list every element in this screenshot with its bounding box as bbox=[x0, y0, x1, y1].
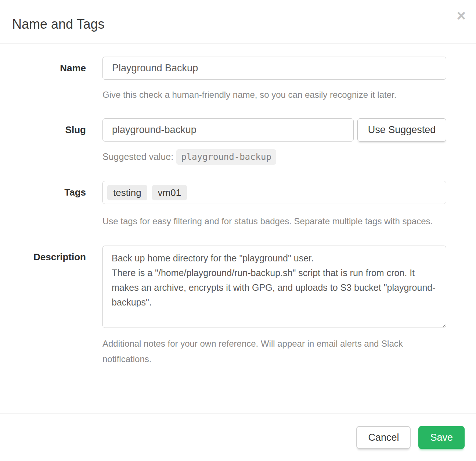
use-suggested-button[interactable]: Use Suggested bbox=[357, 118, 446, 142]
tags-input[interactable]: testing vm01 bbox=[102, 181, 446, 204]
dialog-footer: Cancel Save bbox=[0, 413, 476, 461]
description-help-text: Additional notes for your own reference.… bbox=[102, 336, 433, 367]
description-textarea[interactable]: Back up home directory for the "playgrou… bbox=[102, 246, 446, 328]
tags-help-text: Use tags for easy filtering and for stat… bbox=[102, 214, 440, 229]
dialog-body: Name Give this check a human-friendly na… bbox=[0, 44, 476, 367]
tags-form-group: Tags testing vm01 Use tags for easy filt… bbox=[12, 181, 476, 246]
suggested-value-code: playground-backup bbox=[176, 149, 276, 165]
suggested-value-line: Suggested value:playground-backup bbox=[102, 148, 446, 165]
name-help-text: Give this check a human-friendly name, s… bbox=[102, 87, 446, 103]
description-label: Description bbox=[33, 251, 86, 262]
cancel-button[interactable]: Cancel bbox=[356, 426, 411, 449]
tag-chip: vm01 bbox=[152, 185, 187, 200]
dialog-header: Name and Tags × bbox=[0, 0, 476, 44]
name-label: Name bbox=[60, 62, 86, 74]
slug-form-group: Slug Use Suggested Suggested value:playg… bbox=[12, 118, 476, 181]
save-button[interactable]: Save bbox=[418, 426, 465, 449]
tag-chip: testing bbox=[107, 185, 147, 200]
suggested-value-label: Suggested value: bbox=[102, 151, 173, 162]
tags-label: Tags bbox=[64, 187, 86, 198]
dialog-title: Name and Tags bbox=[12, 16, 464, 32]
name-form-group: Name Give this check a human-friendly na… bbox=[12, 57, 476, 118]
name-and-tags-dialog: Name and Tags × Name Give this check a h… bbox=[0, 0, 476, 461]
slug-label: Slug bbox=[65, 124, 86, 135]
name-input[interactable] bbox=[102, 57, 446, 80]
slug-input[interactable] bbox=[102, 118, 354, 142]
close-icon[interactable]: × bbox=[457, 8, 466, 24]
description-form-group: Description Back up home directory for t… bbox=[12, 246, 476, 367]
